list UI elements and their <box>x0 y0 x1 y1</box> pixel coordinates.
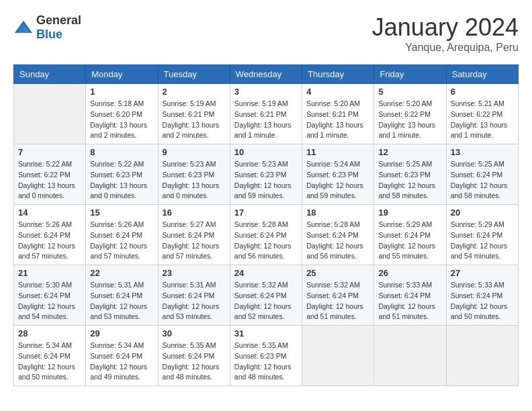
calendar-cell: 22Sunrise: 5:31 AMSunset: 6:24 PMDayligh… <box>86 265 158 326</box>
day-info: Sunrise: 5:33 AMSunset: 6:24 PMDaylight:… <box>451 280 514 322</box>
calendar-cell: 2Sunrise: 5:19 AMSunset: 6:21 PMDaylight… <box>158 84 230 144</box>
day-info: Sunrise: 5:25 AMSunset: 6:23 PMDaylight:… <box>378 159 441 201</box>
title-section: January 2024 Yanque, Arequipa, Peru <box>372 13 519 54</box>
weekday-header-saturday: Saturday <box>446 65 518 84</box>
day-info: Sunrise: 5:25 AMSunset: 6:24 PMDaylight:… <box>451 159 514 201</box>
calendar-cell: 28Sunrise: 5:34 AMSunset: 6:24 PMDayligh… <box>14 326 86 386</box>
day-number: 21 <box>18 268 81 278</box>
day-number: 3 <box>234 87 298 97</box>
calendar-cell <box>374 326 446 386</box>
day-number: 15 <box>90 208 153 218</box>
weekday-header-friday: Friday <box>374 65 446 84</box>
calendar-cell: 24Sunrise: 5:32 AMSunset: 6:24 PMDayligh… <box>230 265 302 326</box>
calendar-cell: 18Sunrise: 5:28 AMSunset: 6:24 PMDayligh… <box>302 205 374 265</box>
day-info: Sunrise: 5:19 AMSunset: 6:21 PMDaylight:… <box>163 99 226 141</box>
calendar-cell: 3Sunrise: 5:19 AMSunset: 6:21 PMDaylight… <box>230 84 302 144</box>
calendar-week-1: 1Sunrise: 5:18 AMSunset: 6:20 PMDaylight… <box>14 84 519 144</box>
day-info: Sunrise: 5:22 AMSunset: 6:22 PMDaylight:… <box>18 159 81 201</box>
day-info: Sunrise: 5:28 AMSunset: 6:24 PMDaylight:… <box>306 220 369 262</box>
day-number: 8 <box>90 147 153 157</box>
day-number: 17 <box>234 208 298 218</box>
calendar-week-4: 21Sunrise: 5:30 AMSunset: 6:24 PMDayligh… <box>14 265 519 326</box>
day-number: 12 <box>378 147 441 157</box>
day-number: 23 <box>163 268 226 278</box>
day-number: 14 <box>18 208 81 218</box>
day-info: Sunrise: 5:29 AMSunset: 6:24 PMDaylight:… <box>451 220 514 262</box>
calendar-cell: 12Sunrise: 5:25 AMSunset: 6:23 PMDayligh… <box>374 144 446 205</box>
calendar-cell: 4Sunrise: 5:20 AMSunset: 6:21 PMDaylight… <box>302 84 374 144</box>
logo: General Blue <box>13 13 81 42</box>
calendar-cell: 9Sunrise: 5:23 AMSunset: 6:23 PMDaylight… <box>158 144 230 205</box>
day-info: Sunrise: 5:20 AMSunset: 6:21 PMDaylight:… <box>306 99 369 141</box>
day-info: Sunrise: 5:30 AMSunset: 6:24 PMDaylight:… <box>18 280 81 322</box>
weekday-header-tuesday: Tuesday <box>158 65 230 84</box>
day-number: 28 <box>18 328 81 338</box>
calendar-cell: 20Sunrise: 5:29 AMSunset: 6:24 PMDayligh… <box>446 205 518 265</box>
calendar-cell: 26Sunrise: 5:33 AMSunset: 6:24 PMDayligh… <box>374 265 446 326</box>
day-info: Sunrise: 5:20 AMSunset: 6:22 PMDaylight:… <box>378 99 441 141</box>
day-number: 4 <box>306 87 369 97</box>
calendar-cell: 5Sunrise: 5:20 AMSunset: 6:22 PMDaylight… <box>374 84 446 144</box>
day-number: 18 <box>306 208 369 218</box>
calendar-cell: 7Sunrise: 5:22 AMSunset: 6:22 PMDaylight… <box>14 144 86 205</box>
calendar-cell: 16Sunrise: 5:27 AMSunset: 6:24 PMDayligh… <box>158 205 230 265</box>
day-info: Sunrise: 5:18 AMSunset: 6:20 PMDaylight:… <box>90 99 153 141</box>
day-info: Sunrise: 5:35 AMSunset: 6:23 PMDaylight:… <box>234 340 298 383</box>
day-info: Sunrise: 5:21 AMSunset: 6:22 PMDaylight:… <box>451 99 514 141</box>
calendar-cell: 31Sunrise: 5:35 AMSunset: 6:23 PMDayligh… <box>230 326 302 386</box>
day-info: Sunrise: 5:24 AMSunset: 6:23 PMDaylight:… <box>306 159 369 201</box>
calendar-cell: 6Sunrise: 5:21 AMSunset: 6:22 PMDaylight… <box>446 84 518 144</box>
day-number: 22 <box>90 268 153 278</box>
calendar-cell: 14Sunrise: 5:26 AMSunset: 6:24 PMDayligh… <box>14 205 86 265</box>
calendar-week-2: 7Sunrise: 5:22 AMSunset: 6:22 PMDaylight… <box>14 144 519 205</box>
day-number: 2 <box>163 87 226 97</box>
day-info: Sunrise: 5:22 AMSunset: 6:23 PMDaylight:… <box>90 159 153 201</box>
weekday-header-thursday: Thursday <box>302 65 374 84</box>
day-number: 24 <box>234 268 298 278</box>
calendar-week-3: 14Sunrise: 5:26 AMSunset: 6:24 PMDayligh… <box>14 205 519 265</box>
day-info: Sunrise: 5:34 AMSunset: 6:24 PMDaylight:… <box>90 340 153 383</box>
calendar-cell: 30Sunrise: 5:35 AMSunset: 6:24 PMDayligh… <box>158 326 230 386</box>
day-number: 9 <box>163 147 226 157</box>
calendar-cell: 17Sunrise: 5:28 AMSunset: 6:24 PMDayligh… <box>230 205 302 265</box>
day-number: 1 <box>90 87 153 97</box>
calendar-cell: 23Sunrise: 5:31 AMSunset: 6:24 PMDayligh… <box>158 265 230 326</box>
weekday-header-row: SundayMondayTuesdayWednesdayThursdayFrid… <box>14 65 519 84</box>
calendar-cell: 25Sunrise: 5:32 AMSunset: 6:24 PMDayligh… <box>302 265 374 326</box>
month-title: January 2024 <box>372 13 519 42</box>
day-number: 30 <box>163 328 226 338</box>
calendar-table: SundayMondayTuesdayWednesdayThursdayFrid… <box>13 64 519 386</box>
day-info: Sunrise: 5:32 AMSunset: 6:24 PMDaylight:… <box>306 280 369 322</box>
day-number: 19 <box>378 208 441 218</box>
calendar-cell <box>302 326 374 386</box>
weekday-header-wednesday: Wednesday <box>230 65 302 84</box>
day-info: Sunrise: 5:32 AMSunset: 6:24 PMDaylight:… <box>234 280 298 322</box>
day-info: Sunrise: 5:26 AMSunset: 6:24 PMDaylight:… <box>90 220 153 262</box>
logo-text-blue: Blue <box>36 28 62 41</box>
calendar-cell: 19Sunrise: 5:29 AMSunset: 6:24 PMDayligh… <box>374 205 446 265</box>
location: Yanque, Arequipa, Peru <box>372 42 519 54</box>
day-info: Sunrise: 5:26 AMSunset: 6:24 PMDaylight:… <box>18 220 81 262</box>
calendar-cell: 10Sunrise: 5:23 AMSunset: 6:23 PMDayligh… <box>230 144 302 205</box>
calendar-cell <box>14 84 86 144</box>
calendar-cell: 11Sunrise: 5:24 AMSunset: 6:23 PMDayligh… <box>302 144 374 205</box>
day-number: 16 <box>163 208 226 218</box>
page-header: General Blue January 2024 Yanque, Arequi… <box>13 13 519 54</box>
day-info: Sunrise: 5:34 AMSunset: 6:24 PMDaylight:… <box>18 340 81 383</box>
calendar-cell <box>446 326 518 386</box>
weekday-header-monday: Monday <box>86 65 158 84</box>
day-number: 10 <box>234 147 298 157</box>
calendar-cell: 21Sunrise: 5:30 AMSunset: 6:24 PMDayligh… <box>14 265 86 326</box>
day-info: Sunrise: 5:31 AMSunset: 6:24 PMDaylight:… <box>163 280 226 322</box>
day-info: Sunrise: 5:23 AMSunset: 6:23 PMDaylight:… <box>163 159 226 201</box>
day-info: Sunrise: 5:29 AMSunset: 6:24 PMDaylight:… <box>378 220 441 262</box>
day-number: 7 <box>18 147 81 157</box>
day-number: 20 <box>451 208 514 218</box>
day-number: 31 <box>234 328 298 338</box>
calendar-cell: 1Sunrise: 5:18 AMSunset: 6:20 PMDaylight… <box>86 84 158 144</box>
day-info: Sunrise: 5:28 AMSunset: 6:24 PMDaylight:… <box>234 220 298 262</box>
day-info: Sunrise: 5:27 AMSunset: 6:24 PMDaylight:… <box>163 220 226 262</box>
calendar-cell: 29Sunrise: 5:34 AMSunset: 6:24 PMDayligh… <box>86 326 158 386</box>
day-info: Sunrise: 5:23 AMSunset: 6:23 PMDaylight:… <box>234 159 298 201</box>
weekday-header-sunday: Sunday <box>14 65 86 84</box>
